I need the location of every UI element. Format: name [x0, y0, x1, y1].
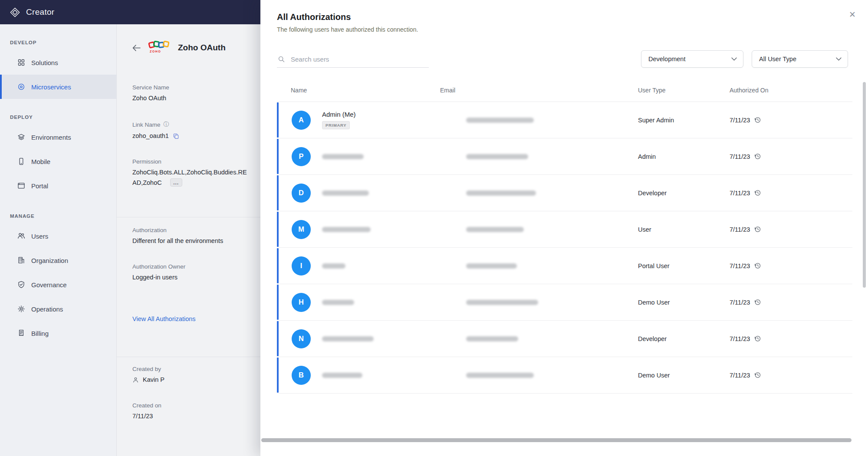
user-type: Demo User [638, 299, 730, 306]
info-icon[interactable]: ⓘ [164, 121, 169, 128]
sidebar-item-label: Mobile [31, 158, 50, 165]
sidebar-item-governance[interactable]: Governance [0, 272, 116, 297]
authorized-date: 7/11/23 [730, 262, 750, 269]
table-row[interactable]: AAdmin (Me)PRIMARYSuper Admin7/11/23 [277, 102, 852, 138]
close-icon[interactable]: ✕ [849, 10, 856, 19]
field-value: Zoho OAuth [132, 95, 245, 102]
search-input[interactable] [290, 55, 428, 63]
sidebar-item-users[interactable]: Users [0, 224, 116, 248]
authorized-date: 7/11/23 [730, 335, 750, 342]
history-icon [754, 371, 761, 379]
name-cell: N [277, 329, 440, 348]
redacted-user-name [322, 263, 345, 269]
redacted-user-name [322, 336, 374, 341]
user-type: Developer [638, 190, 730, 197]
field-label: Link Name ⓘ [132, 121, 245, 128]
field-created-on: Created on 7/11/23 [132, 402, 245, 420]
field-label: Authorization Owner [132, 263, 245, 270]
user-type: Demo User [638, 372, 730, 379]
vertical-scrollbar[interactable] [863, 82, 866, 288]
table-row[interactable]: MUser7/11/23 [277, 211, 852, 248]
creator-logo-icon[interactable] [10, 7, 20, 18]
back-button[interactable] [132, 45, 141, 51]
row-accent [277, 285, 279, 320]
email-cell [440, 300, 638, 305]
name-cell: M [277, 220, 440, 239]
authorizations-table: Name Email User Type Authorized On AAdmi… [277, 87, 848, 394]
email-cell [440, 373, 638, 378]
sidebar-item-billing[interactable]: Billing [0, 321, 116, 345]
sidebar-item-portal[interactable]: Portal [0, 174, 116, 198]
sidebar-item-environments[interactable]: Environments [0, 125, 116, 149]
field-value: Logged-in users [132, 274, 245, 281]
authorized-on-cell: 7/11/23 [730, 299, 852, 306]
table-header: Name Email User Type Authorized On [277, 87, 852, 102]
redacted-email [466, 154, 528, 159]
sidebar-item-mobile[interactable]: Mobile [0, 149, 116, 174]
users-icon [17, 232, 25, 240]
environments-icon [17, 133, 25, 141]
avatar: I [292, 256, 311, 276]
redacted-user-name [322, 190, 369, 196]
user-name: Admin (Me) [322, 111, 356, 118]
table-row[interactable]: IPortal User7/11/23 [277, 248, 852, 284]
name-cell: AAdmin (Me)PRIMARY [277, 111, 440, 130]
sidebar-item-operations[interactable]: Operations [0, 297, 116, 321]
history-icon [754, 299, 761, 306]
sidebar-item-label: Organization [31, 257, 68, 264]
search-users-field[interactable] [277, 52, 429, 68]
name-cell: P [277, 147, 440, 166]
user-type-dropdown[interactable]: All User Type [752, 50, 848, 68]
name-cell: B [277, 366, 440, 385]
row-accent [277, 139, 279, 174]
view-all-authorizations-link[interactable]: View All Authorizations [132, 315, 196, 322]
row-accent [277, 175, 279, 210]
solutions-icon [17, 59, 25, 66]
connection-title: Zoho OAuth [178, 43, 226, 52]
row-accent [277, 248, 279, 283]
table-row[interactable]: NDeveloper7/11/23 [277, 321, 852, 357]
avatar: D [292, 184, 311, 203]
email-cell [440, 154, 638, 159]
field-created-by: Created by Kavin P [132, 366, 245, 383]
sidebar-section: MANAGEUsersOrganizationGovernanceOperati… [0, 213, 116, 345]
copy-icon[interactable] [173, 133, 179, 139]
sidebar-item-label: Operations [31, 305, 63, 313]
detail-section-created: Created by Kavin P Created on 7/11/23 [117, 357, 260, 433]
authorized-on-cell: 7/11/23 [730, 371, 852, 379]
email-cell [440, 227, 638, 232]
table-body: AAdmin (Me)PRIMARYSuper Admin7/11/23PAdm… [277, 102, 848, 394]
redacted-user-name [322, 227, 371, 232]
sidebar-item-label: Solutions [31, 59, 58, 66]
user-type: Developer [638, 335, 730, 342]
authorized-on-cell: 7/11/23 [730, 335, 852, 342]
field-label: Created by [132, 366, 245, 372]
field-authorization: Authorization Different for all the envi… [132, 227, 245, 244]
table-row[interactable]: BDemo User7/11/23 [277, 357, 852, 394]
search-icon [278, 56, 285, 63]
sidebar-section-title: DEVELOP [10, 40, 116, 46]
portal-icon [17, 182, 25, 190]
table-row[interactable]: PAdmin7/11/23 [277, 138, 852, 175]
authorized-on-cell: 7/11/23 [730, 153, 852, 160]
field-label: Permission [132, 158, 245, 165]
governance-icon [17, 281, 25, 289]
sidebar-item-microservices[interactable]: Microservices [0, 75, 116, 99]
environment-dropdown[interactable]: Development [641, 50, 743, 68]
table-row[interactable]: HDemo User7/11/23 [277, 284, 852, 321]
field-link-name: Link Name ⓘ zoho_oauth1 [132, 121, 245, 139]
authorized-date: 7/11/23 [730, 226, 750, 233]
chevron-down-icon [836, 57, 842, 61]
field-value: zoho_oauth1 [132, 132, 245, 139]
table-row[interactable]: DDeveloper7/11/23 [277, 175, 852, 211]
sidebar-item-organization[interactable]: Organization [0, 248, 116, 272]
horizontal-scrollbar[interactable] [261, 438, 852, 442]
redacted-email [466, 373, 534, 378]
sidebar-item-label: Billing [31, 330, 49, 337]
history-icon [754, 153, 761, 160]
field-label: Created on [132, 402, 245, 409]
chevron-down-icon [731, 57, 737, 61]
permission-more-button[interactable]: ... [170, 178, 182, 187]
svg-text:ZOHO: ZOHO [150, 50, 161, 53]
sidebar-item-solutions[interactable]: Solutions [0, 50, 116, 75]
